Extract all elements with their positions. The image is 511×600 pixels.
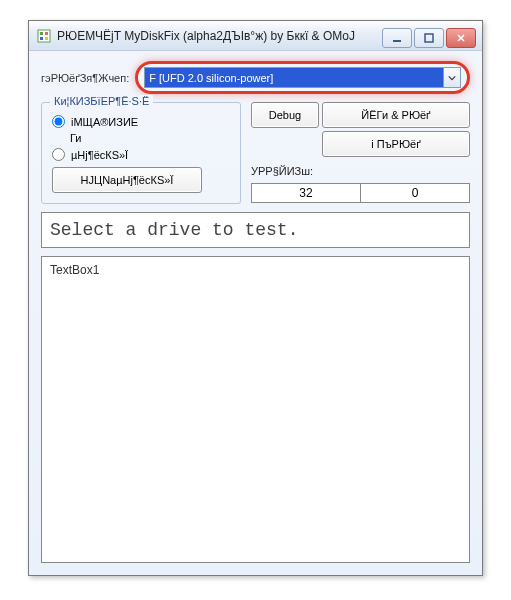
stats-label: УРР§ЙИЗш: [251, 165, 470, 177]
stats-row: 32 0 [251, 183, 470, 203]
window-buttons [382, 24, 482, 48]
svg-rect-1 [40, 32, 43, 35]
window-title: РЮЕМЧЁјТ MyDiskFix (alpha2ДЪІв°ж) by Бкк… [57, 29, 382, 43]
titlebar[interactable]: РЮЕМЧЁјТ MyDiskFix (alpha2ДЪІв°ж) by Бкк… [29, 21, 482, 51]
scan-fix-button-label: ЙЁГи & РЮёґ [361, 109, 430, 121]
drive-select[interactable]: F [UFD 2.0 silicon-power] [144, 67, 461, 88]
close-button[interactable] [446, 28, 476, 48]
right-column: Debug ЙЁГи & РЮёґ і ПъРЮёґ УРР§ЙИЗш: 32 … [251, 102, 470, 204]
svg-rect-3 [40, 37, 43, 40]
svg-rect-4 [45, 37, 48, 40]
radio-1[interactable] [52, 115, 65, 128]
chevron-down-icon[interactable] [443, 68, 460, 87]
svg-rect-0 [38, 30, 50, 42]
stat-value-2: 0 [361, 183, 470, 203]
mode-groupbox: Ки¦КИЗБїЕР¶Ё·Ѕ·Ё іМЩА®ИЗИЕ Ги µНј¶ёсКЅ»Ї… [41, 102, 241, 204]
radio-option-2[interactable]: µНј¶ёсКЅ»Ї [52, 148, 230, 161]
log-textbox[interactable]: TextBox1 [41, 256, 470, 563]
drive-row: гэРЮёґЗя¶Жчеп: F [UFD 2.0 silicon-power] [41, 61, 470, 94]
svg-rect-6 [425, 34, 433, 42]
undo-fix-button[interactable]: і ПъРЮёґ [322, 131, 470, 157]
mid-row: Ки¦КИЗБїЕР¶Ё·Ѕ·Ё іМЩА®ИЗИЕ Ги µНј¶ёсКЅ»Ї… [41, 102, 470, 204]
maximize-button[interactable] [414, 28, 444, 48]
debug-button-label: Debug [269, 109, 301, 121]
radio-option-1[interactable]: іМЩА®ИЗИЕ [52, 115, 230, 128]
radio-2[interactable] [52, 148, 65, 161]
format-button-label: НЈЦNаµНј¶ёсКЅ»Ї [81, 174, 174, 186]
scan-fix-button[interactable]: ЙЁГи & РЮёґ [322, 102, 470, 128]
radio-1-sublabel: Ги [52, 132, 230, 144]
debug-button[interactable]: Debug [251, 102, 319, 128]
drive-select-value: F [UFD 2.0 silicon-power] [149, 72, 273, 84]
action-buttons: Debug ЙЁГи & РЮёґ і ПъРЮёґ [251, 102, 470, 157]
app-window: РЮЕМЧЁјТ MyDiskFix (alpha2ДЪІв°ж) by Бкк… [28, 20, 483, 576]
drive-select-highlight: F [UFD 2.0 silicon-power] [135, 61, 470, 94]
status-text: Select a drive to test. [41, 212, 470, 248]
svg-rect-5 [393, 40, 401, 42]
undo-fix-button-label: і ПъРЮёґ [371, 138, 420, 150]
client-area: гэРЮёґЗя¶Жчеп: F [UFD 2.0 silicon-power]… [29, 51, 482, 575]
groupbox-legend: Ки¦КИЗБїЕР¶Ё·Ѕ·Ё [50, 95, 153, 107]
minimize-button[interactable] [382, 28, 412, 48]
svg-rect-2 [45, 32, 48, 35]
app-icon [37, 29, 51, 43]
radio-2-label: µНј¶ёсКЅ»Ї [71, 149, 128, 161]
drive-label: гэРЮёґЗя¶Жчеп: [41, 72, 129, 84]
format-button[interactable]: НЈЦNаµНј¶ёсКЅ»Ї [52, 167, 202, 193]
stat-value-1: 32 [251, 183, 361, 203]
radio-1-label: іМЩА®ИЗИЕ [71, 116, 138, 128]
